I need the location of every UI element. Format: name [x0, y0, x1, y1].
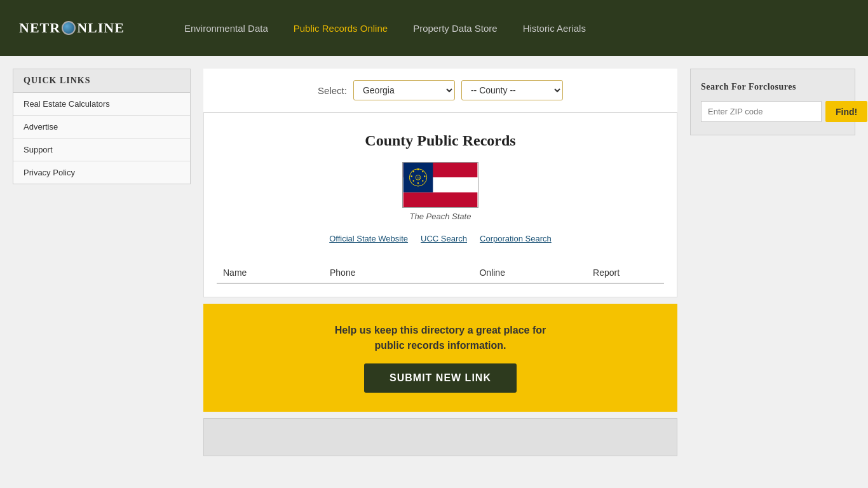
state-select[interactable]: Georgia — [353, 80, 455, 100]
records-table: Name Phone Online Report — [217, 262, 664, 284]
svg-point-7 — [424, 175, 425, 177]
foreclosure-title: Search for Forclosures — [701, 82, 844, 92]
right-sidebar: Search for Forclosures Find! — [690, 69, 855, 456]
svg-point-8 — [422, 180, 423, 182]
county-select[interactable]: -- County -- — [461, 80, 563, 100]
quick-links-box: Quick Links Real Estate Calculators Adve… — [13, 69, 191, 184]
nav-public-records-online[interactable]: Public Records Online — [294, 23, 388, 34]
cta-text: Help us keep this directory a great plac… — [216, 323, 665, 353]
sidebar-item-advertise[interactable]: Advertise — [13, 116, 190, 139]
select-label: Select: — [318, 85, 347, 96]
logo[interactable]: NETRNLINE — [19, 20, 159, 36]
records-panel: County Public Records — [203, 112, 677, 297]
logo-text-part2: NLINE — [77, 20, 125, 36]
flag-container: GA The Peach State — [217, 162, 664, 221]
select-row: Select: Georgia -- County -- — [203, 69, 677, 112]
foreclosure-box: Search for Forclosures Find! — [690, 69, 855, 135]
quick-links-title: Quick Links — [13, 69, 190, 93]
col-name: Name — [217, 262, 323, 283]
sidebar-item-privacy-policy[interactable]: Privacy Policy — [13, 161, 190, 184]
bottom-strip — [203, 418, 677, 456]
main-nav: Environmental Data Public Records Online… — [184, 23, 586, 34]
svg-point-11 — [411, 175, 412, 177]
col-report: Report — [548, 262, 664, 283]
header: NETRNLINE Environmental Data Public Reco… — [0, 0, 868, 56]
nav-property-data-store[interactable]: Property Data Store — [413, 23, 498, 34]
georgia-flag: GA — [402, 162, 478, 208]
globe-icon — [62, 21, 76, 35]
main-wrapper: Quick Links Real Estate Calculators Adve… — [0, 56, 868, 456]
logo-text-part1: NETR — [19, 20, 60, 36]
sidebar-item-support[interactable]: Support — [13, 139, 190, 161]
cta-line2: public records information. — [374, 340, 506, 351]
corporation-search-link[interactable]: Corporation Search — [480, 234, 552, 243]
foreclosure-input-row: Find! — [701, 101, 844, 122]
svg-text:GA: GA — [417, 177, 421, 179]
svg-point-6 — [422, 171, 423, 172]
svg-point-12 — [413, 171, 414, 172]
records-title: County Public Records — [217, 132, 664, 149]
col-phone: Phone — [323, 262, 436, 283]
state-links: Official State Website UCC Search Corpor… — [217, 234, 664, 243]
col-online: Online — [436, 262, 548, 283]
left-sidebar: Quick Links Real Estate Calculators Adve… — [13, 69, 191, 456]
submit-new-link-button[interactable]: SUBMIT NEW LINK — [364, 363, 517, 393]
svg-point-5 — [417, 169, 419, 170]
cta-box: Help us keep this directory a great plac… — [203, 304, 677, 412]
nav-environmental-data[interactable]: Environmental Data — [184, 23, 268, 34]
flag-caption: The Peach State — [410, 212, 471, 221]
main-content: Select: Georgia -- County -- County Publ… — [203, 69, 677, 456]
official-state-website-link[interactable]: Official State Website — [329, 234, 408, 243]
svg-rect-2 — [403, 193, 478, 207]
svg-point-10 — [413, 180, 414, 182]
svg-point-9 — [417, 182, 419, 184]
cta-line1: Help us keep this directory a great plac… — [335, 325, 546, 336]
nav-historic-aerials[interactable]: Historic Aerials — [523, 23, 586, 34]
sidebar-item-real-estate[interactable]: Real Estate Calculators — [13, 93, 190, 116]
zip-input[interactable] — [701, 101, 822, 122]
ucc-search-link[interactable]: UCC Search — [421, 234, 467, 243]
find-button[interactable]: Find! — [825, 101, 867, 122]
